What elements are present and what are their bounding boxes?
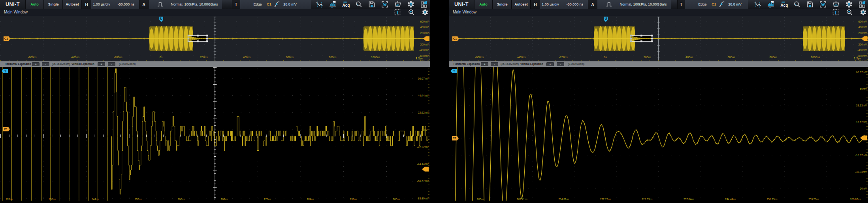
strip-time-label: 400ns (243, 56, 251, 59)
strip-time-label: 600ns (286, 56, 294, 59)
zoom-voltage-label: 44.44mV (418, 94, 429, 97)
run-state-button[interactable]: Auto (25, 0, 44, 9)
channel-badge[interactable]: C1 (452, 136, 459, 140)
panel-gap (430, 0, 449, 203)
strip-time-label: 800ns (329, 56, 337, 59)
svg-text:T: T (453, 69, 455, 73)
zoom-time-label: 168ns (221, 198, 228, 201)
acquire-key: A (588, 0, 597, 9)
svg-text:Acq: Acq (343, 3, 350, 8)
vertical-expansion-increase-button[interactable]: + (546, 62, 554, 66)
trigger-field[interactable]: Edge C1 28.8 mV (685, 0, 748, 9)
strip-voltage-label: -600mV (419, 55, 429, 57)
toolbar: UNI-T Auto Single Autoset H 1.00 µs/div … (0, 0, 430, 9)
trigger-field[interactable]: Edge C1 28.8 mV (240, 0, 311, 9)
zoom-voltage-label: 66.67mV (418, 77, 429, 80)
main-strip-plot: C1-600ns-400ns-200ns0s200ns400ns600ns800… (0, 16, 430, 61)
trigger-type: Edge (698, 0, 706, 9)
horizontal-expansion-decrease-button[interactable]: - (491, 62, 498, 66)
strip-voltage-label: 200mV (420, 32, 429, 34)
trigger-level-arrow[interactable] (422, 167, 429, 171)
trigger-source: C1 (712, 0, 716, 9)
oscilloscope-panel-right: UNI-T Auto Single Autoset H 1.00 µs/div … (449, 0, 868, 203)
logo-text: UNI-T (6, 2, 20, 7)
vertical-zoom-value: (0.000xZoom) (568, 61, 584, 67)
zoom-window-plot: TC166.67mV44.44mV22.22mV0V-22.22mV-44.44… (0, 67, 430, 203)
timebase-field[interactable]: 1.00 µs/div -50.000 ns (91, 0, 139, 9)
vertical-expansion-label: Vertical Expansion (520, 61, 543, 67)
zoom-voltage-label: 16.67mV (856, 120, 867, 123)
trigger-position-marker[interactable] (604, 17, 608, 22)
channel-badge[interactable]: C1 (4, 36, 10, 41)
acquire-field[interactable]: Normal, 100kPts, 10.00GSa/s (597, 0, 671, 9)
zoom-time-label: 160ns (178, 198, 185, 201)
selection-handle (197, 40, 199, 42)
zoom-time-label: 222.22ns (600, 198, 611, 201)
channel-badge[interactable]: C1 (452, 36, 459, 41)
trigger-level-arrow[interactable] (860, 135, 867, 140)
zoom-voltage-label: 50mV (860, 87, 867, 90)
strip-voltage-label: -400mV (419, 49, 429, 51)
strip-time-label: 1000ns (371, 56, 380, 59)
toolbar: UNI-T Auto Single Autoset H 1.00 µs/div … (449, 0, 868, 9)
strip-voltage-label: 400mV (420, 26, 429, 28)
trigger-level: 28.8 mV (283, 0, 297, 9)
logo-text: UNI-T (454, 2, 469, 7)
horizontal-expansion-decrease-button[interactable]: - (42, 62, 49, 66)
horizontal-zoom-value: (25.163xZoom) (501, 61, 519, 67)
timebase-value: 1.00 µs/div (542, 0, 559, 9)
selection-handle (651, 35, 653, 37)
run-state-button[interactable]: Auto (474, 0, 493, 9)
window-titlebar: Main Window T (0, 9, 430, 16)
autoset-button[interactable]: Autoset (512, 0, 531, 9)
uni-t-logo: UNI-T (449, 0, 474, 9)
strip-time-label: -400ns (517, 56, 526, 59)
vertical-expansion-decrease-button[interactable]: - (557, 62, 564, 66)
svg-text:Acq: Acq (781, 3, 788, 8)
selection-handle (188, 38, 190, 40)
autoset-button[interactable]: Autoset (63, 0, 82, 9)
vertical-expansion-increase-button[interactable]: + (98, 62, 105, 66)
horizontal-key: H (531, 0, 540, 9)
strip-time-label: 0s (604, 56, 607, 59)
zoom-time-label: 229.63ns (642, 198, 652, 201)
trigger-level-arrow[interactable] (423, 36, 429, 41)
acquire-key: A (139, 0, 149, 9)
svg-text:T: T (4, 69, 6, 73)
autoset-label: Autoset (66, 2, 79, 6)
timebase-field[interactable]: 1.00 µs/div -50.000 ns (540, 0, 588, 9)
horizontal-expansion-increase-button[interactable]: + (481, 62, 488, 66)
channel-badge[interactable]: C1 (3, 127, 10, 131)
zoom-window[interactable]: TC166.67mV50mV33.33mV16.67mV-16.67mV-33.… (449, 67, 868, 203)
trigger-level-arrow[interactable] (861, 36, 868, 41)
horizontal-zoom-value: (25.163xZoom) (52, 61, 70, 67)
vertical-expansion-decrease-button[interactable]: - (108, 62, 115, 66)
main-window-strip[interactable]: C1-600ns-400ns-200ns0s200ns400ns600ns800… (449, 16, 868, 61)
strip-end-time-label: 1.2µs (854, 57, 861, 60)
strip-time-label: 800ns (770, 56, 778, 59)
acquire-field[interactable]: Normal, 100kPts, 10.00GSa/s (149, 0, 222, 9)
svg-text:C1: C1 (453, 37, 457, 40)
acquire-info: Normal, 100kPts, 10.00GSa/s (619, 0, 667, 9)
horizontal-expansion-label: Horizontal Expansion (454, 61, 480, 67)
baseline-trace (8, 38, 424, 39)
selection-handle (630, 40, 632, 42)
zoom-time-label: 207.41ns (517, 198, 527, 201)
selection-handle (630, 35, 632, 37)
selection-handle (640, 40, 642, 42)
zoom-time-label: 214.81ns (559, 198, 569, 201)
strip-time-label: 600ns (728, 56, 736, 59)
single-button[interactable]: Single (493, 0, 512, 9)
window-title: Main Window (453, 10, 476, 14)
single-label: Single (48, 2, 58, 6)
main-window-strip[interactable]: C1-600ns-400ns-200ns0s200ns400ns600ns800… (0, 16, 430, 61)
svg-text:T: T (396, 10, 399, 15)
zoom-voltage-label: 22.22mV (418, 111, 429, 114)
zoom-window[interactable]: TC166.67mV44.44mV22.22mV0V-22.22mV-44.44… (0, 67, 430, 203)
strip-time-label: -200ns (559, 56, 568, 59)
zoom-waveform (450, 67, 867, 203)
single-button[interactable]: Single (44, 0, 63, 9)
trigger-time-tag[interactable]: T (450, 69, 457, 73)
trigger-position-marker[interactable] (159, 17, 163, 22)
horizontal-expansion-increase-button[interactable]: + (32, 62, 40, 66)
